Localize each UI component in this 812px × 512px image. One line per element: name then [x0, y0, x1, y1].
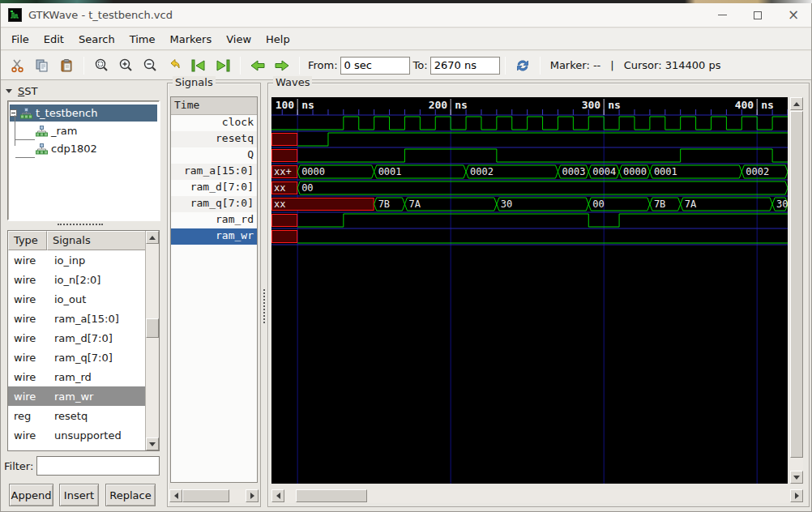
sst-header[interactable]: SST — [6, 85, 37, 97]
tree-node-label: cdp1802 — [51, 143, 97, 155]
to-input[interactable] — [430, 57, 500, 75]
time-header[interactable]: Time — [171, 97, 257, 115]
bus-value: 30 — [776, 198, 788, 210]
from-label: From: — [308, 59, 338, 71]
arrow-up-icon — [793, 102, 800, 106]
insert-button[interactable]: Insert — [59, 484, 99, 506]
menu-item-search[interactable]: Search — [71, 30, 122, 49]
signals-list-item-Q[interactable]: Q — [171, 147, 257, 164]
signal-name: ram_rd — [47, 371, 146, 383]
signals-list-item-ram_a[15:0][interactable]: ram_a[15:0] — [171, 164, 257, 180]
table-row-io_out[interactable]: wireio_out — [8, 289, 146, 309]
scrollbar-thumb[interactable] — [146, 318, 159, 338]
go-to-end-icon[interactable] — [212, 55, 233, 76]
arrow-down-icon — [793, 476, 800, 480]
signal-name: ram_d[7:0] — [47, 332, 146, 344]
hierarchy-icon — [36, 126, 48, 137]
go-to-start-icon[interactable] — [188, 55, 209, 76]
menu-item-edit[interactable]: Edit — [36, 30, 71, 49]
scroll-right-button[interactable] — [790, 489, 803, 502]
timeline-unit: ns — [455, 99, 468, 111]
scroll-left-button[interactable] — [169, 489, 182, 502]
signals-panel-title: Signals — [173, 76, 216, 88]
cursor-status: Cursor: 314400 ps — [624, 59, 721, 71]
append-button[interactable]: Append — [9, 484, 53, 506]
signals-list-item-clock[interactable]: clock — [171, 115, 257, 131]
scroll-up-button[interactable] — [790, 97, 803, 110]
signal-name: ram_q[7:0] — [47, 352, 146, 364]
column-header-signals[interactable]: Signals — [47, 231, 146, 250]
waves-hscrollbar[interactable] — [271, 489, 803, 503]
scroll-up-button[interactable] — [146, 231, 159, 244]
signal-table: TypeSignalswireio_inpwireio_n[2:0]wireio… — [7, 230, 160, 451]
menu-item-file[interactable]: File — [4, 30, 36, 49]
filter-input[interactable] — [36, 456, 160, 476]
table-row-ram_a[15:0][interactable]: wireram_a[15:0] — [8, 309, 146, 328]
signals-list-item-resetq[interactable]: resetq — [171, 131, 257, 147]
from-input[interactable] — [340, 57, 410, 75]
table-row-io_inp[interactable]: wireio_inp — [8, 250, 146, 270]
bus-value: 30 — [501, 198, 512, 210]
signals-list-item-ram_rd[interactable]: ram_rd — [171, 212, 257, 228]
menu-item-time[interactable]: Time — [122, 30, 163, 49]
replace-button[interactable]: Replace — [105, 484, 156, 506]
tree-node-cdp1802[interactable]: cdp1802 — [32, 140, 157, 157]
bus-value: 0000 — [301, 166, 325, 177]
table-row-ram_d[7:0][interactable]: wireram_d[7:0] — [8, 328, 146, 348]
tree-expander-icon[interactable] — [10, 109, 17, 117]
signals-list-item-ram_wr[interactable]: ram_wr — [171, 228, 257, 245]
gtkwave-window: GTKWave - t_testbench.vcd × FileEditSear… — [0, 3, 812, 512]
table-row-ram_wr[interactable]: wireram_wr — [8, 386, 146, 406]
scroll-right-button[interactable] — [246, 489, 259, 502]
minimize-button[interactable] — [704, 3, 740, 27]
undefined-label: xx — [274, 198, 285, 210]
signal-table-vscrollbar[interactable] — [145, 231, 159, 450]
menu-item-help[interactable]: Help — [259, 30, 297, 49]
hierarchy-icon — [36, 143, 48, 155]
scroll-down-button[interactable] — [790, 471, 803, 484]
close-icon: × — [788, 8, 799, 22]
signal-name: io_n[2:0] — [47, 274, 146, 286]
signals-list-item-ram_q[7:0][interactable]: ram_q[7:0] — [171, 196, 257, 212]
zoom-in-icon[interactable] — [115, 55, 136, 76]
table-row-unsupported[interactable]: wireunsupported — [8, 425, 146, 445]
zoom-fit-icon[interactable] — [91, 55, 112, 76]
table-row-ram_q[7:0][interactable]: wireram_q[7:0] — [8, 348, 146, 367]
waveform-canvas[interactable]: 100ns200ns300ns400nsxx+00000001000200030… — [271, 97, 788, 484]
tree-node-ram[interactable]: _ram — [32, 122, 157, 139]
signals-hscrollbar[interactable] — [169, 489, 259, 503]
scroll-down-button[interactable] — [146, 437, 159, 450]
column-header-type[interactable]: Type — [8, 231, 47, 250]
close-button[interactable]: × — [776, 3, 811, 27]
scrollbar-thumb[interactable] — [182, 489, 229, 502]
signal-name: io_out — [47, 293, 146, 305]
timeline-unit: ns — [301, 99, 314, 111]
bus-value: 0001 — [654, 166, 677, 177]
scrollbar-thumb[interactable] — [296, 489, 367, 502]
signals-list-item-ram_d[7:0][interactable]: ram_d[7:0] — [171, 180, 257, 196]
tree-node-t_testbench[interactable]: t_testbench — [10, 105, 157, 122]
status-separator: | — [610, 59, 613, 71]
vertical-resize-handle[interactable] — [263, 289, 265, 323]
table-row-io_n[2:0][interactable]: wireio_n[2:0] — [8, 270, 146, 289]
waves-vscrollbar[interactable] — [790, 97, 803, 484]
maximize-button[interactable] — [740, 3, 776, 27]
table-row-resetq[interactable]: regresetq — [8, 406, 146, 425]
zoom-undo-icon[interactable] — [164, 55, 185, 76]
cut-icon[interactable] — [7, 55, 28, 76]
paste-icon[interactable] — [56, 55, 77, 76]
scroll-left-button[interactable] — [271, 489, 284, 502]
table-row-ram_rd[interactable]: wireram_rd — [8, 367, 146, 386]
zoom-out-icon[interactable] — [139, 55, 160, 76]
collapse-triangle-icon — [6, 89, 12, 93]
shift-left-icon[interactable] — [247, 55, 268, 76]
shift-right-icon[interactable] — [271, 55, 293, 76]
scrollbar-thumb[interactable] — [790, 111, 803, 458]
horizontal-resize-handle[interactable] — [58, 224, 103, 225]
menu-item-view[interactable]: View — [219, 30, 259, 49]
bus-value: 0002 — [746, 166, 769, 177]
signal-type: wire — [8, 274, 47, 286]
copy-icon[interactable] — [32, 55, 53, 76]
menu-item-markers[interactable]: Markers — [162, 30, 219, 49]
reload-icon[interactable] — [512, 55, 533, 76]
